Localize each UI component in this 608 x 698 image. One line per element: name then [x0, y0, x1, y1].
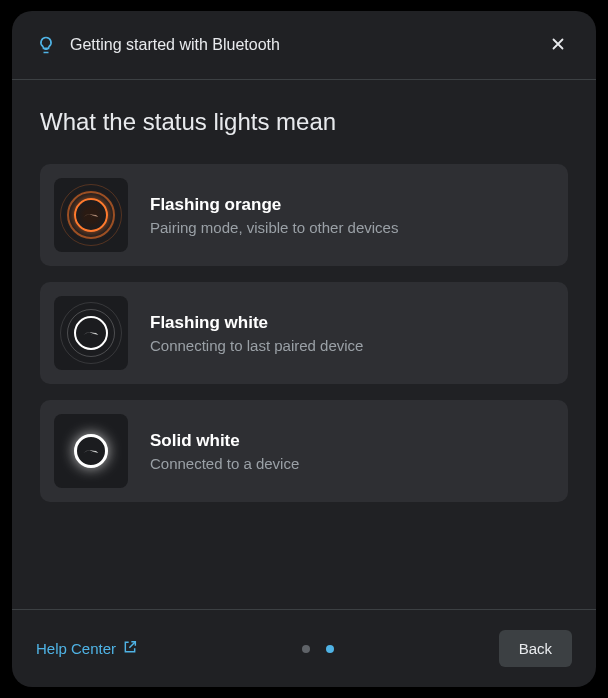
- help-center-link[interactable]: Help Center: [36, 639, 138, 658]
- dialog-card: Getting started with Bluetooth What the …: [12, 11, 596, 687]
- status-swatch-white-solid: [54, 414, 128, 488]
- dialog-footer: Help Center Back: [12, 609, 596, 687]
- dialog-title: Getting started with Bluetooth: [70, 36, 530, 54]
- lightbulb-icon: [36, 35, 56, 55]
- status-desc: Pairing mode, visible to other devices: [150, 219, 398, 236]
- status-desc: Connected to a device: [150, 455, 299, 472]
- close-button[interactable]: [544, 31, 572, 59]
- status-item-solid-white: Solid white Connected to a device: [40, 400, 568, 502]
- pager-dot-active[interactable]: [326, 645, 334, 653]
- close-icon: [549, 35, 567, 56]
- stadia-icon: [83, 207, 99, 223]
- help-center-label: Help Center: [36, 640, 116, 657]
- status-title: Solid white: [150, 431, 299, 451]
- back-button[interactable]: Back: [499, 630, 572, 667]
- status-desc: Connecting to last paired device: [150, 337, 363, 354]
- stadia-icon: [83, 325, 99, 341]
- page-indicator: [146, 645, 491, 653]
- status-swatch-white-flash: [54, 296, 128, 370]
- external-link-icon: [122, 639, 138, 658]
- stadia-icon: [83, 443, 99, 459]
- dialog-body: What the status lights mean Flashing ora…: [12, 80, 596, 609]
- status-title: Flashing orange: [150, 195, 398, 215]
- status-title: Flashing white: [150, 313, 363, 333]
- status-item-flashing-white: Flashing white Connecting to last paired…: [40, 282, 568, 384]
- page-heading: What the status lights mean: [40, 108, 568, 136]
- status-list: Flashing orange Pairing mode, visible to…: [40, 164, 568, 502]
- status-item-flashing-orange: Flashing orange Pairing mode, visible to…: [40, 164, 568, 266]
- status-swatch-orange: [54, 178, 128, 252]
- dialog-header: Getting started with Bluetooth: [12, 11, 596, 80]
- pager-dot[interactable]: [302, 645, 310, 653]
